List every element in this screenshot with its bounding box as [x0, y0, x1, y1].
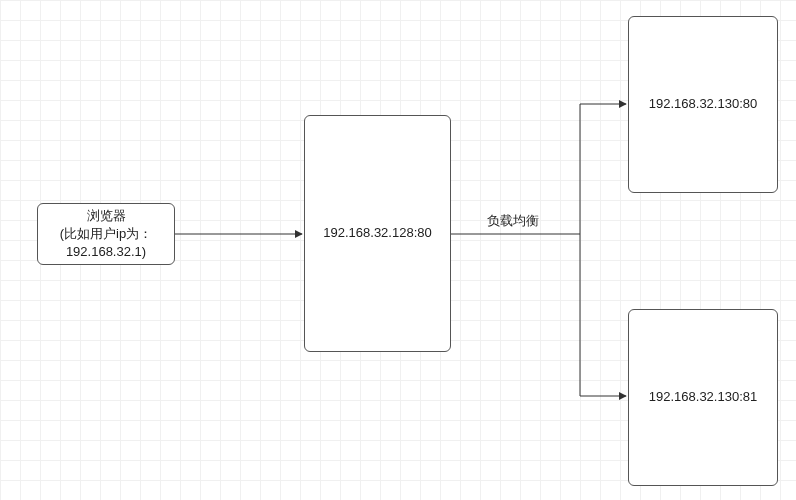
node-proxy: 192.168.32.128:80	[304, 115, 451, 352]
node-server2-label: 192.168.32.130:81	[649, 388, 757, 406]
node-browser-line3: 192.168.32.1)	[66, 243, 146, 261]
node-browser-line1: 浏览器	[87, 207, 126, 225]
node-proxy-label: 192.168.32.128:80	[323, 224, 431, 242]
node-server1: 192.168.32.130:80	[628, 16, 778, 193]
node-server2: 192.168.32.130:81	[628, 309, 778, 486]
node-browser: 浏览器 (比如用户ip为： 192.168.32.1)	[37, 203, 175, 265]
node-server1-label: 192.168.32.130:80	[649, 95, 757, 113]
edge-label-load-balance: 负载均衡	[487, 212, 539, 230]
node-browser-line2: (比如用户ip为：	[60, 225, 152, 243]
